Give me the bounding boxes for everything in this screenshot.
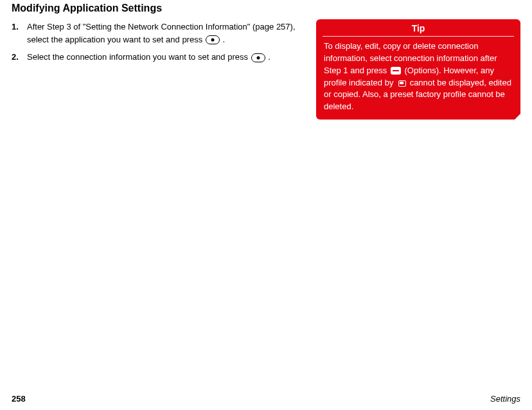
step-2-post: . <box>268 52 270 62</box>
steps-column: 1. After Step 3 of "Setting the Network … <box>12 21 298 69</box>
step-text: After Step 3 of "Setting the Network Con… <box>27 21 298 46</box>
step-1: 1. After Step 3 of "Setting the Network … <box>12 21 298 46</box>
step-text: Select the connection information you wa… <box>27 51 298 64</box>
step-1-post: . <box>222 35 225 44</box>
locked-profile-icon <box>397 79 406 87</box>
softkey-icon <box>391 67 401 75</box>
center-key-icon <box>206 35 220 44</box>
step-2: 2. Select the connection information you… <box>12 51 298 64</box>
tip-title: Tip <box>316 19 520 36</box>
step-number: 1. <box>12 21 23 33</box>
step-2-pre: Select the connection information you wa… <box>27 52 251 62</box>
center-key-icon <box>251 53 265 62</box>
step-1-pre: After Step 3 of "Setting the Network Con… <box>27 22 296 44</box>
page-footer: 258 Settings <box>12 394 520 404</box>
tip-divider <box>323 36 514 37</box>
step-number: 2. <box>12 51 23 64</box>
tip-box: Tip To display, edit, copy or delete con… <box>316 19 520 120</box>
page-number: 258 <box>12 394 26 404</box>
tip-body: To display, edit, copy or delete connect… <box>316 40 520 113</box>
page-title: Modifying Application Settings <box>12 3 520 14</box>
section-name: Settings <box>490 394 520 404</box>
